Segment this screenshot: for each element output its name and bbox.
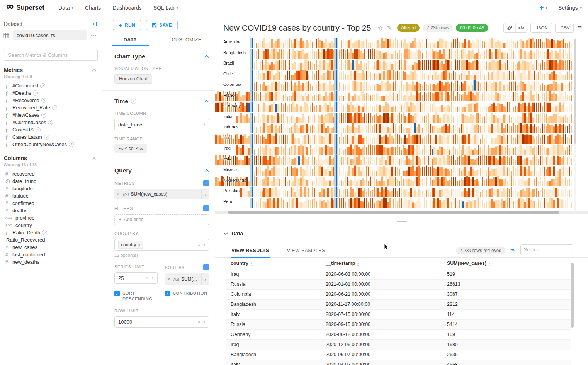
clear-select-icon[interactable]: × <box>197 242 200 247</box>
metric-item-recovered[interactable]: ƒ#Recovered? <box>0 97 102 104</box>
table-vertical-scrollbar-thumb[interactable] <box>571 263 574 328</box>
column-item-confirmed[interactable]: #confirmed <box>0 200 102 207</box>
nav-item-data[interactable]: Data▾ <box>58 5 73 11</box>
results-search-input[interactable] <box>524 247 570 252</box>
metric-item-newcases[interactable]: ƒ#NewCases? <box>0 111 102 119</box>
remove-tag-icon[interactable]: × <box>138 243 140 247</box>
column-item-latitude[interactable]: #latitude <box>0 192 102 200</box>
hash-icon: # <box>5 193 12 199</box>
add-metric-button[interactable]: + <box>203 180 209 186</box>
dataset-name[interactable]: covid19.cases_ts <box>13 30 87 40</box>
column-item-ratio-recovered[interactable]: Ratio_Recovered <box>0 236 102 244</box>
open-sort-icon[interactable]: › <box>201 273 209 285</box>
tab-customize[interactable]: CUSTOMIZE <box>158 34 215 46</box>
copy-data-button[interactable] <box>510 249 516 254</box>
add-sort-button[interactable]: + <box>203 264 209 270</box>
new-item-button[interactable]: + ▾ <box>539 3 547 12</box>
data-section-title: Data <box>231 230 243 237</box>
tab-view-samples[interactable]: VIEW SAMPLES <box>286 248 326 257</box>
column-header-country[interactable]: country <box>226 258 321 269</box>
embed-code-button[interactable]: </> <box>515 23 527 32</box>
chart-horizontal-scrollbar-thumb[interactable] <box>228 211 559 214</box>
group-by-select[interactable]: country × × ▾ <box>114 239 209 251</box>
open-metric-icon[interactable]: › <box>201 189 209 199</box>
metric-item-confirmed[interactable]: ƒ#Confirmed? <box>0 82 102 89</box>
column-item-new-cases[interactable]: #new_cases <box>0 244 102 251</box>
save-label: SAVE <box>159 22 172 28</box>
metric-pill[interactable]: × ƒ(x) SUM(new_cases) › <box>114 189 209 199</box>
metric-item-casesus[interactable]: ƒCasesUS? <box>0 126 102 133</box>
add-filter-box[interactable]: + Add filter <box>114 214 209 225</box>
metric-item-currentcases[interactable]: ƒ#CurrentCases? <box>0 119 102 126</box>
column-item-date-trunc[interactable]: date_trunc <box>0 177 102 185</box>
data-section-toggle[interactable] <box>224 232 228 235</box>
columns-collapse-button[interactable] <box>92 157 96 160</box>
table-cell: 2635 <box>442 350 571 360</box>
metric-item-cases-latam[interactable]: ƒCases Latam? <box>0 133 102 141</box>
panel-resize-handle[interactable] <box>397 220 407 224</box>
collapse-panel-button[interactable] <box>92 21 97 27</box>
sort-by-pill[interactable]: × ƒ(x) SUM(... › <box>165 273 209 285</box>
superset-logo[interactable]: ∞ Superset <box>6 4 44 12</box>
contribution-checkbox[interactable]: ✓ CONTRIBUTION <box>165 290 209 302</box>
row-limit-label: ROW LIMIT <box>114 309 209 313</box>
column-header-timestamp[interactable]: __timestamp <box>321 258 442 269</box>
metric-item-recovered-rate[interactable]: ƒRecovered_Rate? <box>0 104 102 111</box>
plus-icon: + <box>539 3 544 12</box>
section-collapse-button[interactable] <box>204 169 209 172</box>
column-item-deaths[interactable]: #deaths <box>0 207 102 214</box>
nav-item-dashboards[interactable]: Dashboards <box>112 5 142 11</box>
remove-sort-icon[interactable]: × <box>165 276 173 282</box>
tab-data[interactable]: DATA <box>102 34 158 46</box>
time-section-title: Time <box>114 98 128 105</box>
section-collapse-button[interactable] <box>204 55 209 58</box>
metric-label: OtherCountryNewCases <box>12 142 67 147</box>
chart-vertical-scrollbar-thumb[interactable] <box>574 39 576 144</box>
metrics-columns-search-input[interactable] <box>8 52 93 58</box>
metric-item-deaths[interactable]: ƒ#Deaths? <box>0 89 102 97</box>
column-item-province[interactable]: ABCprovince <box>0 214 102 222</box>
download-csv-button[interactable]: .CSV <box>555 23 574 33</box>
viz-type-value[interactable]: Horizon Chart <box>114 74 152 84</box>
nav-item-sql-lab[interactable]: SQL Lab▾ <box>153 5 178 11</box>
sort-descending-checkbox[interactable]: ✓ SORT DESCENDING <box>114 290 158 302</box>
clear-select-icon[interactable]: × <box>146 275 149 281</box>
metrics-collapse-button[interactable] <box>92 69 96 72</box>
edit-properties-icon[interactable]: ✎ <box>387 24 392 32</box>
section-collapse-button[interactable] <box>204 100 209 103</box>
save-button[interactable]: SAVE <box>146 20 178 30</box>
share-link-button[interactable] <box>504 23 515 32</box>
column-header-sum-new-cases[interactable]: SUM(new_cases) <box>442 258 571 269</box>
column-item-longitude[interactable]: #longitude <box>0 185 102 192</box>
column-item-recovered[interactable]: #recovered <box>0 170 102 177</box>
main-menu: Data▾ChartsDashboardsSQL Lab▾ <box>58 5 178 11</box>
table-cell: Iraq <box>226 269 321 280</box>
favorite-star-icon[interactable]: ☆ <box>377 24 383 32</box>
add-filter-button[interactable]: + <box>203 205 209 211</box>
run-button[interactable]: RUN <box>113 20 141 30</box>
settings-menu[interactable]: Settings ▾ <box>558 5 582 11</box>
table-cell: 2020-06-03 00:00:00 <box>321 269 442 280</box>
column-item-ratio-death[interactable]: ƒRatio_Death? <box>0 229 102 236</box>
column-item-new-deaths[interactable]: #new_deaths <box>0 258 102 266</box>
column-item-country[interactable]: ABCcountry <box>0 222 102 229</box>
table-cell: Colombia <box>226 290 321 300</box>
function-icon: ƒ(x) <box>122 192 129 196</box>
chart-actions-menu-button[interactable]: ≡ <box>578 24 582 31</box>
time-column-select[interactable]: date_trunc ▾ <box>114 119 209 130</box>
series-limit-select[interactable]: 25 × ▾ <box>114 272 158 284</box>
dataset-more-button[interactable]: ⋯ <box>88 32 99 39</box>
row-limit-select[interactable]: 10000 × ▾ <box>114 316 209 328</box>
column-item-last-confirmed[interactable]: #last_confirmed <box>0 251 102 258</box>
tab-view-results[interactable]: VIEW RESULTS <box>231 248 270 257</box>
table-cell: Russia <box>226 320 321 330</box>
nav-item-charts[interactable]: Charts <box>85 5 101 11</box>
time-range-value[interactable]: -∞ ≤ col < ∞ <box>114 144 147 153</box>
nav-item-label: SQL Lab <box>153 5 175 11</box>
clear-select-icon[interactable]: × <box>197 319 200 325</box>
horizon-chart-canvas[interactable] <box>215 38 572 208</box>
copy-icon <box>510 249 516 254</box>
download-json-button[interactable]: .JSON <box>530 23 552 33</box>
remove-metric-icon[interactable]: × <box>114 191 122 197</box>
metric-item-othercountrynewcases[interactable]: ƒOtherCountryNewCases? <box>0 141 102 148</box>
